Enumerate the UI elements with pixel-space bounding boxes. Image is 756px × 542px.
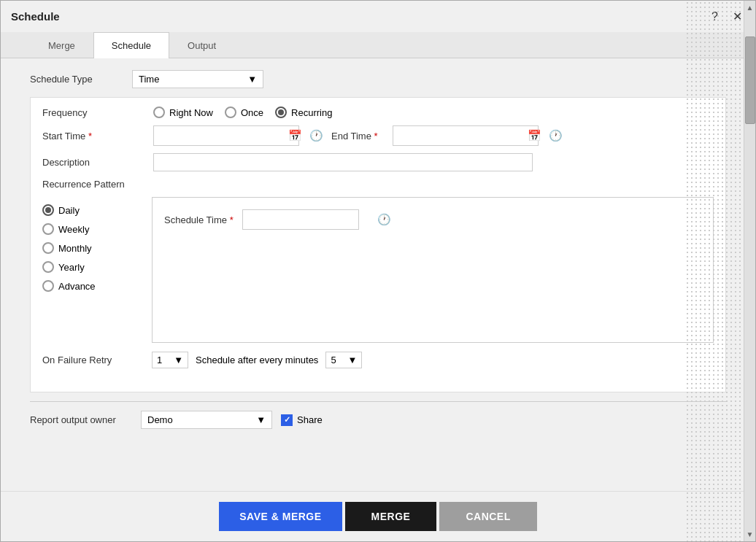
freq-option-once[interactable]: Once: [225, 107, 263, 118]
end-time-label: End Time *: [331, 131, 378, 142]
schedule-inner-section: Frequency Right Now Once: [30, 97, 726, 392]
schedule-after-label: Schedule after every minutes: [196, 355, 318, 365]
recur-label-monthly: Monthly: [58, 243, 92, 254]
radio-advance[interactable]: [42, 280, 54, 292]
radio-yearly[interactable]: [42, 261, 54, 273]
tab-bar: Merge Schedule Output: [1, 32, 755, 58]
freq-label-right-now: Right Now: [169, 107, 213, 118]
schedule-time-label: Schedule Time *: [164, 214, 234, 225]
end-time-input[interactable]: [399, 131, 522, 142]
on-failure-select[interactable]: 1 ▼: [152, 352, 188, 368]
start-time-clock-icon[interactable]: 🕐: [308, 129, 325, 142]
freq-option-recurring[interactable]: Recurring: [275, 107, 332, 118]
freq-label-once: Once: [241, 107, 263, 118]
radio-recurring[interactable]: [275, 107, 287, 118]
help-button[interactable]: ?: [709, 9, 721, 25]
schedule-time-field: 🕐: [242, 209, 359, 230]
recur-label-advance: Advance: [58, 281, 96, 292]
scroll-up-arrow[interactable]: ▲: [744, 1, 755, 15]
radio-monthly[interactable]: [42, 242, 54, 254]
title-icons: ? ✕: [709, 8, 745, 25]
schedule-after-select[interactable]: 5 ▼: [325, 352, 362, 368]
report-owner-value: Demo: [147, 414, 173, 425]
report-owner-label: Report output owner: [30, 414, 132, 425]
recur-option-advance[interactable]: Advance: [42, 280, 152, 292]
on-failure-chevron-icon: ▼: [174, 355, 183, 365]
recur-label-daily: Daily: [58, 205, 80, 216]
frequency-label: Frequency: [42, 107, 144, 118]
footer: SAVE & MERGE MERGE CANCEL: [1, 491, 755, 541]
scrollbar[interactable]: ▲ ▼: [744, 1, 755, 541]
start-time-label: Start Time *: [42, 131, 144, 142]
description-row: Description: [42, 153, 714, 171]
recur-option-daily[interactable]: Daily: [42, 204, 152, 216]
on-failure-row: On Failure Retry 1 ▼ Schedule after ever…: [42, 352, 714, 368]
schedule-time-row: Schedule Time * 🕐: [164, 209, 701, 230]
freq-option-right-now[interactable]: Right Now: [153, 107, 213, 118]
report-owner-select[interactable]: Demo ▼: [141, 411, 272, 429]
start-time-field: 📅 🕐: [153, 125, 299, 146]
title-bar: Schedule ? ✕: [1, 1, 755, 29]
radio-right-now[interactable]: [153, 107, 165, 118]
end-time-required: *: [374, 131, 378, 142]
description-label: Description: [42, 157, 144, 168]
dialog-title: Schedule: [11, 10, 60, 23]
end-time-field: 📅 🕐: [393, 125, 539, 146]
recurrence-label-row: Recurrence Pattern: [42, 179, 714, 190]
merge-button[interactable]: MERGE: [345, 502, 437, 531]
recurrence-section: Daily Weekly Monthly Yearl: [42, 197, 714, 343]
schedule-after-value: 5: [331, 355, 336, 365]
freq-label-recurring: Recurring: [291, 107, 332, 118]
recur-label-weekly: Weekly: [58, 224, 89, 235]
share-checkbox[interactable]: ✓: [281, 414, 293, 426]
radio-recurring-fill: [278, 109, 284, 115]
time-row: Start Time * 📅 🕐 End Time * 📅 🕐: [42, 125, 714, 146]
checkbox-check-icon: ✓: [284, 415, 290, 425]
radio-daily[interactable]: [42, 204, 54, 216]
schedule-type-label: Schedule Type: [30, 74, 132, 85]
schedule-dialog: Schedule ? ✕ Merge Schedule Output Sched…: [0, 0, 756, 542]
description-input[interactable]: [153, 153, 533, 171]
share-label: Share: [297, 414, 323, 425]
recur-option-yearly[interactable]: Yearly: [42, 261, 152, 273]
recurrence-right-panel: Schedule Time * 🕐: [152, 197, 714, 343]
scrollbar-thumb[interactable]: [745, 36, 755, 124]
tab-schedule[interactable]: Schedule: [93, 32, 169, 58]
schedule-after-chevron-icon: ▼: [348, 355, 358, 365]
schedule-type-chevron-icon: ▼: [247, 74, 257, 85]
report-owner-row: Report output owner Demo ▼ ✓ Share: [30, 411, 726, 429]
schedule-type-select[interactable]: Time ▼: [132, 70, 263, 88]
radio-once[interactable]: [225, 107, 236, 118]
end-time-calendar-icon[interactable]: 📅: [526, 129, 543, 142]
cancel-button[interactable]: CANCEL: [439, 502, 536, 531]
schedule-time-input[interactable]: [249, 214, 371, 225]
main-content: Schedule Type Time ▼ Frequency Right Now: [1, 58, 755, 491]
start-time-required: *: [88, 131, 92, 142]
on-failure-value: 1: [157, 355, 162, 365]
schedule-time-clock-icon[interactable]: 🕐: [376, 213, 393, 226]
recurrence-left: Daily Weekly Monthly Yearl: [42, 197, 152, 343]
recurrence-pattern-label: Recurrence Pattern: [42, 179, 144, 190]
frequency-row: Frequency Right Now Once: [42, 107, 714, 118]
share-checkbox-row: ✓ Share: [281, 414, 323, 426]
recur-option-monthly[interactable]: Monthly: [42, 242, 152, 254]
schedule-type-row: Schedule Type Time ▼: [30, 70, 726, 88]
recur-option-weekly[interactable]: Weekly: [42, 223, 152, 235]
on-failure-label: On Failure Retry: [42, 355, 144, 365]
end-time-clock-icon[interactable]: 🕐: [547, 129, 564, 142]
recur-label-yearly: Yearly: [58, 262, 85, 273]
radio-daily-fill: [45, 207, 51, 213]
separator: [30, 401, 726, 402]
start-time-calendar-icon[interactable]: 📅: [287, 129, 304, 142]
close-button[interactable]: ✕: [730, 8, 745, 25]
frequency-group: Right Now Once Recurring: [153, 107, 332, 118]
schedule-type-value: Time: [139, 74, 159, 85]
tab-output[interactable]: Output: [169, 32, 234, 58]
schedule-time-required: *: [230, 214, 234, 225]
radio-weekly[interactable]: [42, 223, 54, 235]
start-time-input[interactable]: [160, 131, 282, 142]
report-owner-chevron-icon: ▼: [256, 414, 266, 425]
scroll-down-arrow[interactable]: ▼: [744, 527, 755, 541]
tab-merge[interactable]: Merge: [30, 32, 93, 58]
save-merge-button[interactable]: SAVE & MERGE: [219, 502, 342, 531]
